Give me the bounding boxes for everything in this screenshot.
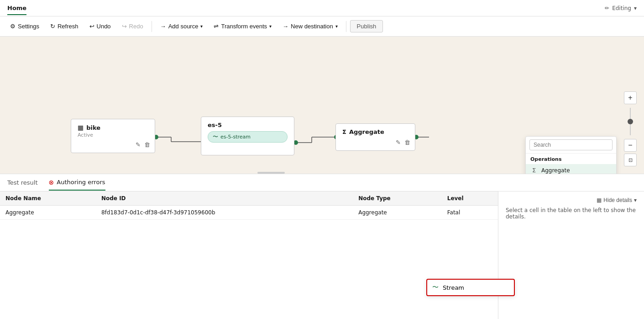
col-node-id: Node ID xyxy=(96,191,353,206)
tab-authoring-errors[interactable]: ⊗ Authoring errors xyxy=(49,175,105,191)
toolbar: ⚙ Settings ↻ Refresh ↩ Undo ↪ Redo → Add… xyxy=(0,16,644,37)
redo-icon: ↪ xyxy=(122,23,127,30)
bottom-panel: Test result ⊗ Authoring errors Node Name… xyxy=(0,174,644,319)
transform-chevron: ▾ xyxy=(269,24,272,29)
errors-table: Node Name Node ID Node Type Level Aggreg… xyxy=(0,191,498,220)
node-bike-title: ▦ bike xyxy=(78,124,148,131)
undo-icon: ↩ xyxy=(89,23,94,30)
details-description: Select a cell in the table on the left t… xyxy=(506,207,637,220)
zoom-controls: + − ⊡ xyxy=(624,91,637,166)
delete-aggregate-button[interactable]: 🗑 xyxy=(403,138,411,147)
redo-button[interactable]: ↪ Redo xyxy=(117,21,148,32)
chevron-icon[interactable]: ▾ xyxy=(634,5,637,11)
dropdown-search-input[interactable] xyxy=(529,139,613,150)
home-tab[interactable]: Home xyxy=(7,1,26,15)
tab-test-result[interactable]: Test result xyxy=(7,175,38,190)
errors-table-panel: Node Name Node ID Node Type Level Aggreg… xyxy=(0,191,498,319)
transform-icon: ⇌ xyxy=(214,23,219,30)
node-aggregate-title: Σ Aggregate xyxy=(342,128,408,135)
zoom-slider-thumb[interactable] xyxy=(628,119,633,124)
add-source-chevron: ▾ xyxy=(200,24,203,29)
publish-button[interactable]: Publish xyxy=(350,20,383,32)
error-icon: ⊗ xyxy=(49,179,54,186)
undo-button[interactable]: ↩ Undo xyxy=(85,21,115,32)
aggregate-icon: Σ xyxy=(530,167,538,174)
dropdown-menu: Operations Σ Aggregate ⇥ Expand ≡ Filter… xyxy=(525,136,617,174)
add-source-button[interactable]: → Add source ▾ xyxy=(156,21,208,32)
editing-label: ✏ Editing ▾ xyxy=(605,5,637,11)
refresh-button[interactable]: ↻ Refresh xyxy=(46,21,83,32)
chevron-down-icon: ▾ xyxy=(634,197,637,203)
title-bar: Home ✏ Editing ▾ xyxy=(0,0,644,16)
node-es5[interactable]: es-5 〜 es-5-stream xyxy=(201,117,294,155)
hide-details-button[interactable]: ▦ Hide details ▾ xyxy=(597,197,637,203)
dropdown-item-stream-highlighted[interactable]: 〜 Stream xyxy=(426,279,515,296)
pencil-icon: ✏ xyxy=(605,5,609,11)
node-es5-title: es-5 xyxy=(208,122,288,128)
fit-button[interactable]: ⊡ xyxy=(624,154,637,166)
bottom-tabs: Test result ⊗ Authoring errors xyxy=(0,174,644,191)
col-node-name: Node Name xyxy=(0,191,96,206)
stream-item-icon: 〜 xyxy=(432,283,439,292)
node-bike-status: Active xyxy=(78,132,148,138)
node-bike[interactable]: ▦ bike Active ✎ 🗑 xyxy=(71,119,155,153)
stream-badge-icon: 〜 xyxy=(213,133,218,141)
separator-2 xyxy=(346,21,346,32)
zoom-slider-track xyxy=(630,108,631,135)
node-aggregate[interactable]: Σ Aggregate ✎ 🗑 xyxy=(335,123,415,151)
canvas-area[interactable]: ▦ bike Active ✎ 🗑 es-5 〜 es-5-stream Σ A… xyxy=(0,37,644,174)
new-dest-icon: → xyxy=(283,23,288,30)
details-header: ▦ Hide details ▾ xyxy=(506,197,637,203)
col-node-type: Node Type xyxy=(353,191,442,206)
cell-node-id: 8fd183d7-0d1c-df38-d47f-3d971059600b xyxy=(96,206,353,220)
new-destination-button[interactable]: → New destination ▾ xyxy=(278,21,342,32)
operations-section-label: Operations xyxy=(526,154,616,164)
settings-button[interactable]: ⚙ Settings xyxy=(5,21,44,32)
zoom-in-button[interactable]: + xyxy=(624,91,637,104)
dropdown-item-aggregate[interactable]: Σ Aggregate xyxy=(526,164,616,174)
separator-1 xyxy=(152,21,152,32)
delete-bike-button[interactable]: 🗑 xyxy=(143,140,151,149)
details-panel: ▦ Hide details ▾ Select a cell in the ta… xyxy=(498,191,644,319)
new-dest-chevron: ▾ xyxy=(335,24,338,29)
transform-events-button[interactable]: ⇌ Transform events ▾ xyxy=(209,21,276,32)
stream-badge: 〜 es-5-stream xyxy=(208,131,288,143)
cell-node-name: Aggregate xyxy=(0,206,96,220)
add-source-icon: → xyxy=(160,23,166,30)
table-icon: ▦ xyxy=(78,124,84,131)
edit-bike-button[interactable]: ✎ xyxy=(135,140,141,149)
table-row[interactable]: Aggregate 8fd183d7-0d1c-df38-d47f-3d9710… xyxy=(0,206,498,220)
node-aggregate-actions: ✎ 🗑 xyxy=(395,138,411,147)
sigma-icon: Σ xyxy=(342,128,346,135)
settings-icon: ⚙ xyxy=(10,23,16,30)
cell-node-type: Aggregate xyxy=(353,206,442,220)
cell-level: Fatal xyxy=(442,206,498,220)
edit-aggregate-button[interactable]: ✎ xyxy=(395,138,402,147)
refresh-icon: ↻ xyxy=(50,23,55,30)
node-bike-actions: ✎ 🗑 xyxy=(135,140,151,149)
col-level: Level xyxy=(442,191,498,206)
hide-details-icon: ▦ xyxy=(597,197,602,203)
h-scroll-bar xyxy=(257,172,285,174)
zoom-out-button[interactable]: − xyxy=(624,139,637,152)
dropdown-search-container xyxy=(526,137,616,154)
bottom-content: Node Name Node ID Node Type Level Aggreg… xyxy=(0,191,644,319)
